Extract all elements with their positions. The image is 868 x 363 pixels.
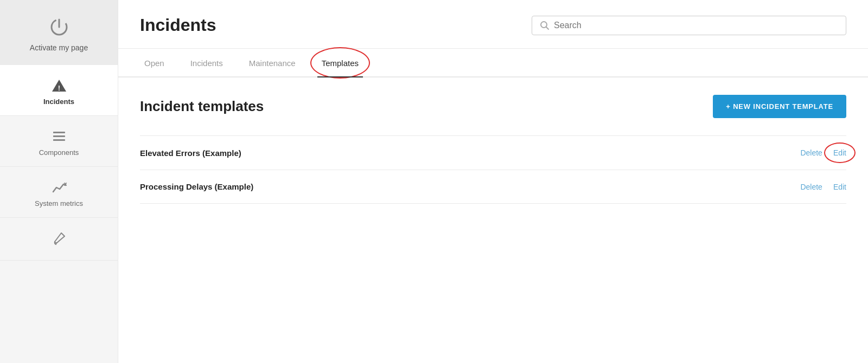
sidebar-system-metrics-label: System metrics <box>35 199 83 208</box>
warning-icon: ! <box>50 77 68 94</box>
content-header: Incident templates + NEW INCIDENT TEMPLA… <box>140 95 846 118</box>
svg-rect-9 <box>53 139 55 141</box>
tab-maintenance[interactable]: Maintenance <box>245 49 300 76</box>
table-row: Processing Delays (Example) Delete Edit <box>140 170 846 204</box>
tab-incidents[interactable]: Incidents <box>186 49 227 76</box>
template-name: Elevated Errors (Example) <box>140 148 241 158</box>
brush-icon <box>50 230 68 247</box>
page-title: Incidents <box>140 15 216 35</box>
edit-button-wrapper: Edit <box>833 148 846 158</box>
content-area: Incident templates + NEW INCIDENT TEMPLA… <box>118 77 868 363</box>
template-name: Processing Delays (Example) <box>140 182 253 191</box>
svg-rect-7 <box>53 132 55 133</box>
template-list: Elevated Errors (Example) Delete Edit Pr… <box>140 135 846 204</box>
tab-open[interactable]: Open <box>140 49 169 76</box>
svg-rect-6 <box>53 139 65 141</box>
activate-label: Activate my page <box>30 43 88 52</box>
delete-button[interactable]: Delete <box>800 183 822 191</box>
edit-button[interactable]: Edit <box>833 148 846 157</box>
new-incident-template-button[interactable]: + NEW INCIDENT TEMPLATE <box>713 95 846 118</box>
main-content: Incidents Open Incidents Maintenance Tem… <box>118 0 868 363</box>
activate-my-page-button[interactable]: Activate my page <box>0 0 118 65</box>
content-title: Incident templates <box>140 98 264 115</box>
search-box[interactable] <box>532 16 846 35</box>
page-header: Incidents <box>118 0 868 49</box>
edit-button[interactable]: Edit <box>833 183 846 191</box>
sidebar: Activate my page ! Incidents Components <box>0 0 118 363</box>
template-actions: Delete Edit <box>800 183 846 191</box>
sidebar-item-incidents[interactable]: ! Incidents <box>0 65 118 116</box>
tabs-nav: Open Incidents Maintenance Templates <box>118 49 868 77</box>
chart-icon <box>50 179 68 196</box>
svg-rect-4 <box>53 132 65 133</box>
svg-line-13 <box>546 27 549 29</box>
delete-button[interactable]: Delete <box>800 148 822 157</box>
search-input[interactable] <box>554 21 838 30</box>
components-icon <box>50 128 68 145</box>
sidebar-item-system-metrics[interactable]: System metrics <box>0 167 118 218</box>
svg-rect-5 <box>53 135 65 137</box>
svg-text:!: ! <box>58 84 60 92</box>
power-icon <box>47 15 71 39</box>
table-row: Elevated Errors (Example) Delete Edit <box>140 136 846 170</box>
search-icon <box>540 21 550 30</box>
tab-templates[interactable]: Templates <box>317 49 363 76</box>
template-actions: Delete Edit <box>800 148 846 158</box>
sidebar-incidents-label: Incidents <box>43 98 74 106</box>
sidebar-components-label: Components <box>39 148 79 157</box>
svg-rect-8 <box>53 135 55 137</box>
sidebar-item-customize[interactable] <box>0 218 118 261</box>
sidebar-item-components[interactable]: Components <box>0 116 118 167</box>
